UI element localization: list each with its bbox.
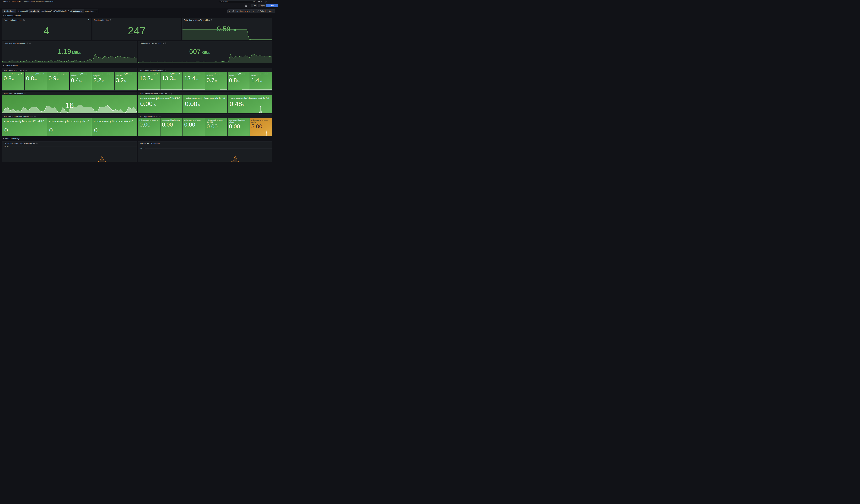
favorite-star-button[interactable] [244, 4, 248, 8]
panel-title[interactable]: Total data in MergeTree tables [184, 19, 210, 21]
panel-title[interactable]: Max Percent of Failed SELECTs [140, 93, 167, 95]
stat-tile[interactable]: c-siennaaws-bj-14-server-mjbqbrz-02.2% [92, 72, 114, 90]
stat-tile[interactable]: c-siennaaws-bj-14-keeper-20.8% [25, 72, 47, 90]
tile-server-name: c-siennaaws-bj-14-keeper-0 [138, 72, 160, 75]
panel-title[interactable]: Normalized CPU usage [140, 142, 160, 144]
stat-tile[interactable]: c-siennaaws-bj-14-keeper-10.00 [183, 118, 205, 136]
stat-tile[interactable]: c-siennaaws-bj-14-keeper-013.3% [138, 72, 160, 90]
breadcrumb-home[interactable]: Home [3, 1, 8, 3]
info-icon[interactable] [25, 93, 26, 94]
time-shift-back-button[interactable]: « [228, 10, 231, 13]
panel-title[interactable]: Max Parts Per Partition [4, 93, 24, 95]
info-icon[interactable] [164, 70, 166, 71]
tile-value: 2.2% [92, 77, 114, 83]
search-input-container[interactable]: ⌘+k [219, 0, 257, 3]
info-icon[interactable] [23, 19, 25, 21]
panel-links-icon[interactable] [165, 43, 167, 44]
section-service-health[interactable]: Service Health [2, 64, 18, 66]
tile-server-name: c-siennaaws-bj-14-server-mjbqbrz-0 [92, 72, 114, 77]
panel-links-icon[interactable] [171, 93, 172, 94]
stat-tile[interactable]: c-siennaaws-bj-14-keeper-213.3% [160, 72, 183, 90]
stat-tile[interactable]: c-siennaaws-bj-14-server-eatohcf-01.4% [250, 72, 270, 90]
panel-links-icon[interactable] [29, 43, 31, 44]
panel-max-percent-failed-inserts: Max Percent of Failed INSERTs c-siennaaw… [2, 115, 137, 136]
stat-tile[interactable]: c-siennaaws-bj-14-keeper-20.00 [160, 118, 183, 136]
share-button[interactable]: Share [266, 4, 270, 8]
kebab-menu-icon[interactable]: ⋮ [88, 19, 90, 21]
panel-links-icon[interactable] [159, 116, 161, 117]
add-new-button[interactable] [258, 1, 262, 2]
stat-tile[interactable]: c-siennaaws-bj-14-keeper-10.9% [47, 72, 69, 90]
stat-tile[interactable]: c-siennaaws-bj-14-server-t01bvk5-00 [2, 118, 47, 136]
panel-title[interactable]: Data inserted per second [140, 42, 161, 44]
stat-tile[interactable]: c-siennaaws-bj-14-server-t01bvk5-00.4% [70, 72, 92, 90]
stat-tile-row: c-siennaaws-bj-14-keeper-00.8%c-siennaaw… [2, 72, 137, 90]
tile-sparkline-band [183, 136, 205, 136]
stat-tile[interactable]: c-siennaaws-bj-14-server-eatohcf-00.48% [228, 95, 270, 113]
stat-tile[interactable]: c-siennaaws-bj-14-server-mjbqbrz-00 [47, 118, 92, 136]
panel-title[interactable]: Max Server CPU Usage [4, 69, 24, 71]
tile-server-name: c-siennaaws-bj-14-server-mjbqbrz-0 [183, 95, 227, 100]
chevron-down-icon [260, 1, 262, 2]
info-icon[interactable] [211, 19, 212, 21]
info-icon[interactable] [110, 19, 111, 21]
stat-tile[interactable]: c-siennaaws-bj-14-server-t01bvk5-00.00 [205, 118, 227, 136]
panel-title[interactable]: Data selected per second [4, 42, 26, 44]
stat-tile-row: c-siennaaws-bj-14-server-t01bvk5-00c-sie… [2, 118, 137, 136]
info-icon[interactable] [168, 93, 170, 94]
stat-value: 9.59 GiB [217, 26, 238, 32]
tile-sparkline-band [138, 89, 160, 90]
stat-tile[interactable]: c-siennaaws-bj-14-keeper-00.00 [138, 118, 160, 136]
tile-value: 1.4% [250, 77, 270, 83]
time-range-picker[interactable]: Last 1 hour UTC [231, 10, 252, 13]
edit-button[interactable]: Edit [251, 4, 257, 8]
panel-title[interactable]: Number of databases [4, 19, 22, 21]
panel-title[interactable]: Max logged errors [140, 116, 155, 118]
stat-tile[interactable]: c-siennaaws-bj-14-server-mjbqbrz-00.8% [228, 72, 249, 90]
time-shift-forward-button[interactable]: » [251, 10, 255, 13]
refresh-button[interactable]: Refresh [256, 10, 267, 13]
panel-data-inserted-per-second: Data inserted per second 607 KiB/s [138, 41, 270, 63]
refresh-interval-picker[interactable]: 30s [267, 10, 270, 13]
tile-server-name: c-siennaaws-bj-14-server-t01bvk5-0 [70, 72, 92, 77]
help-button[interactable] [264, 1, 267, 3]
tile-server-name: c-siennaaws-bj-14-keeper-2 [160, 72, 183, 75]
breadcrumb-dashboards[interactable]: Dashboards [11, 1, 20, 3]
panel-title[interactable]: Number of tables [94, 19, 109, 21]
stat-tile[interactable]: c-siennaaws-bj-14-server-eatohcf-05.00 [250, 118, 270, 136]
info-icon[interactable] [162, 43, 164, 44]
chevron-down-icon [2, 138, 4, 139]
stat-tile[interactable]: c-siennaaws-bj-14-server-eatohcf-00 [92, 118, 137, 136]
info-icon[interactable] [156, 116, 158, 117]
refresh-controls-group: Refresh 30s [256, 9, 270, 13]
divider [249, 5, 250, 7]
stat-tile[interactable]: c-siennaaws-bj-14-keeper-113.4% [183, 72, 205, 90]
info-icon[interactable] [31, 116, 33, 117]
y-axis-label: 0.3 core [4, 145, 9, 147]
panel-links-icon[interactable] [36, 143, 38, 144]
stat-tile[interactable]: c-siennaaws-bj-14-server-mjbqbrz-00.00% [183, 95, 227, 113]
stat-tile[interactable]: c-siennaaws-bj-14-server-eatohcf-03.2% [115, 72, 137, 90]
panel-title[interactable]: Max Server Memory Usage [140, 69, 163, 71]
panel-title[interactable]: Max Percent of Failed INSERTs [4, 116, 30, 118]
search-icon [220, 1, 222, 2]
section-service-overview[interactable]: Service Overview [2, 15, 20, 17]
panel-title[interactable]: CPU Cores Used by Queries/Merges [4, 142, 35, 144]
panel-links-icon[interactable] [34, 116, 36, 117]
info-icon[interactable] [27, 43, 28, 44]
tile-value: 0.00 [138, 122, 160, 128]
search-input[interactable] [223, 1, 252, 2]
section-resource-usage[interactable]: Resource Usage [2, 137, 20, 139]
info-icon[interactable] [25, 70, 27, 71]
panel-normalized-cpu-usage: Normalized CPU usage 2% [138, 141, 270, 148]
stat-tile[interactable]: c-siennaaws-bj-14-server-t01bvk5-00.00% [138, 95, 183, 113]
stat-tile[interactable]: c-siennaaws-bj-14-keeper-00.8% [2, 72, 25, 90]
variable-datasource[interactable]: datasource prometheus [72, 9, 98, 13]
section-title: Service Health [5, 64, 18, 66]
stat-value: 247 [128, 26, 145, 36]
stat-tile[interactable]: c-siennaaws-bj-14-server-mjbqbrz-00.00 [228, 118, 249, 136]
variable-service-id[interactable]: Service ID 43693ed4-a71c-43fc-93f9-f04a0… [29, 9, 77, 13]
tile-server-name: c-siennaaws-bj-14-server-eatohcf-0 [228, 95, 270, 100]
stat-value: 16 [65, 101, 74, 109]
stat-tile[interactable]: c-siennaaws-bj-14-server-t01bvk5-00.7% [205, 72, 227, 90]
